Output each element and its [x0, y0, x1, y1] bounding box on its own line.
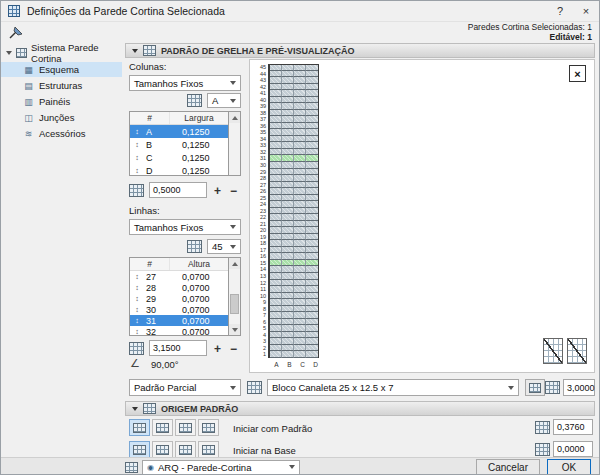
column-header: #: [130, 258, 170, 270]
drag-handle-icon[interactable]: ↕: [130, 305, 144, 314]
row-value[interactable]: 0,0700: [170, 272, 228, 282]
table-row[interactable]: ↕320,0700: [130, 326, 228, 336]
start-pattern-option-4[interactable]: [198, 419, 219, 436]
row-value[interactable]: 0,0700: [170, 294, 228, 304]
drag-handle-icon[interactable]: ↕: [130, 283, 144, 292]
rows-total-field[interactable]: 3,1500: [149, 340, 207, 356]
base-origin-option-4[interactable]: [198, 441, 219, 458]
row-value[interactable]: 0,0700: [170, 316, 228, 326]
rows-scheme-value: Tamanhos Fixos: [134, 222, 203, 233]
pattern-corner-thumb-icon[interactable]: [543, 338, 563, 364]
preview-cell[interactable]: [270, 351, 282, 358]
table-row[interactable]: ↕D0,1250: [130, 164, 228, 176]
partial-pattern-select[interactable]: Padrão Parcial: [129, 379, 241, 396]
rows-scheme-select[interactable]: Tamanhos Fixos: [129, 219, 241, 235]
sidebar-item-painéis[interactable]: ▥Painéis: [1, 94, 122, 109]
cancel-button[interactable]: Cancelar: [476, 459, 540, 475]
row-id: A: [144, 127, 170, 137]
column-selector-select[interactable]: A: [207, 93, 241, 108]
rows-table: #Altura ↕270,0700↕280,0700↕290,0700↕300,…: [129, 257, 229, 336]
table-row[interactable]: ↕A0,1250: [130, 125, 228, 138]
row-value[interactable]: 0,1250: [170, 166, 228, 176]
start-at-base-field[interactable]: 0,0000: [553, 441, 593, 457]
ok-button[interactable]: OK: [547, 459, 591, 475]
columns-scheme-select[interactable]: Tamanhos Fixos: [129, 75, 241, 91]
preview-cell[interactable]: [306, 351, 318, 358]
base-origin-option-3[interactable]: [175, 441, 196, 458]
triangle-up-icon: [232, 262, 238, 266]
window-title: Definições da Parede Cortina Selecionada: [27, 5, 225, 17]
sidebar-tree-root[interactable]: Sistema Parede Cortina: [1, 45, 122, 61]
profile-select[interactable]: ◉ ARQ - Parede-Cortina: [142, 460, 300, 475]
thickness-field[interactable]: 3,0000: [563, 379, 595, 396]
sidebar-item-esquema[interactable]: ▦Esquema: [1, 62, 122, 77]
block-select[interactable]: Bloco Canaleta 25 x 12.5 x 7: [267, 379, 519, 396]
sidebar-item-estruturas[interactable]: ▤Estruturas: [1, 78, 122, 93]
scroll-down-button[interactable]: [229, 324, 240, 335]
drag-handle-icon[interactable]: ↕: [130, 140, 144, 149]
row-value[interactable]: 0,0700: [170, 305, 228, 315]
columns-add-button[interactable]: +: [210, 183, 225, 198]
preview-cell[interactable]: [294, 351, 306, 358]
eye-icon: ◉: [147, 463, 154, 472]
preview-col-label: D: [309, 361, 322, 368]
columns-total-field[interactable]: 0,5000: [149, 182, 207, 198]
preview-cell[interactable]: [282, 351, 294, 358]
preview-row[interactable]: 1: [255, 351, 319, 358]
expander-chevron-icon: [6, 51, 12, 55]
sidebar-item-junções[interactable]: ◫Junções: [1, 110, 122, 125]
drag-handle-icon[interactable]: ↕: [130, 316, 144, 325]
junctions-icon: ◫: [23, 113, 34, 123]
start-pattern-option-3[interactable]: [175, 419, 196, 436]
grid-pattern-section-header[interactable]: PADRÃO DE GRELHA E PRÉ-VISUALIZAÇÃO: [125, 43, 595, 58]
columns-remove-button[interactable]: −: [226, 183, 241, 198]
start-at-base-label: Iniciar na Base: [233, 445, 296, 456]
drag-handle-icon[interactable]: ↕: [130, 166, 144, 175]
base-origin-option-2[interactable]: [152, 441, 173, 458]
drag-handle-icon[interactable]: ↕: [130, 153, 144, 162]
titlebar: Definições da Parede Cortina Selecionada…: [1, 1, 599, 22]
scrollbar-thumb[interactable]: [230, 294, 239, 314]
start-with-pattern-field[interactable]: 0,3760: [553, 419, 593, 435]
preview-panel[interactable]: × 45444342414039383736353433323130292827…: [249, 59, 595, 373]
table-row[interactable]: ↕B0,1250: [130, 138, 228, 151]
origin-section-title: ORIGEM PADRÃO: [161, 404, 238, 414]
row-selector-select[interactable]: 45: [207, 239, 241, 254]
scroll-up-button[interactable]: [229, 112, 240, 123]
rows-scrollbar[interactable]: [229, 257, 241, 336]
preview-close-button[interactable]: ×: [569, 65, 586, 82]
row-value[interactable]: 0,1250: [170, 127, 228, 137]
start-pattern-option-1[interactable]: [129, 419, 150, 436]
pickup-parameters-icon[interactable]: [7, 23, 27, 45]
table-row[interactable]: ↕290,0700: [130, 293, 228, 304]
rows-remove-button[interactable]: −: [226, 341, 241, 356]
close-button[interactable]: ×: [573, 1, 599, 21]
table-row[interactable]: ↕280,0700: [130, 282, 228, 293]
angle-value[interactable]: 90,00°: [151, 359, 179, 370]
start-pattern-option-2[interactable]: [152, 419, 173, 436]
columns-scrollbar[interactable]: [229, 111, 241, 176]
drag-handle-icon[interactable]: ↕: [130, 127, 144, 136]
help-button[interactable]: ?: [547, 1, 573, 21]
table-row[interactable]: ↕300,0700: [130, 304, 228, 315]
sidebar-item-acessórios[interactable]: ≋Acessórios: [1, 126, 122, 141]
row-value[interactable]: 0,1250: [170, 140, 228, 150]
scroll-up-button[interactable]: [229, 258, 240, 269]
chevron-down-icon: [508, 386, 514, 390]
pattern-corner-thumb-icon[interactable]: [567, 338, 587, 364]
row-value[interactable]: 0,0700: [170, 327, 228, 337]
drag-handle-icon[interactable]: ↕: [130, 327, 144, 336]
row-id: B: [144, 140, 170, 150]
drag-handle-icon[interactable]: ↕: [130, 294, 144, 303]
base-origin-option-1[interactable]: [129, 441, 150, 458]
row-value[interactable]: 0,0700: [170, 283, 228, 293]
block-edit-button[interactable]: [525, 379, 545, 396]
drag-handle-icon[interactable]: ↕: [130, 272, 144, 281]
row-value[interactable]: 0,1250: [170, 153, 228, 163]
rows-add-button[interactable]: +: [210, 341, 225, 356]
row-id: 31: [144, 316, 170, 326]
origin-section-header[interactable]: ORIGEM PADRÃO: [125, 401, 595, 416]
table-row[interactable]: ↕310,0700: [130, 315, 228, 326]
table-row[interactable]: ↕C0,1250: [130, 151, 228, 164]
table-row[interactable]: ↕270,0700: [130, 271, 228, 282]
